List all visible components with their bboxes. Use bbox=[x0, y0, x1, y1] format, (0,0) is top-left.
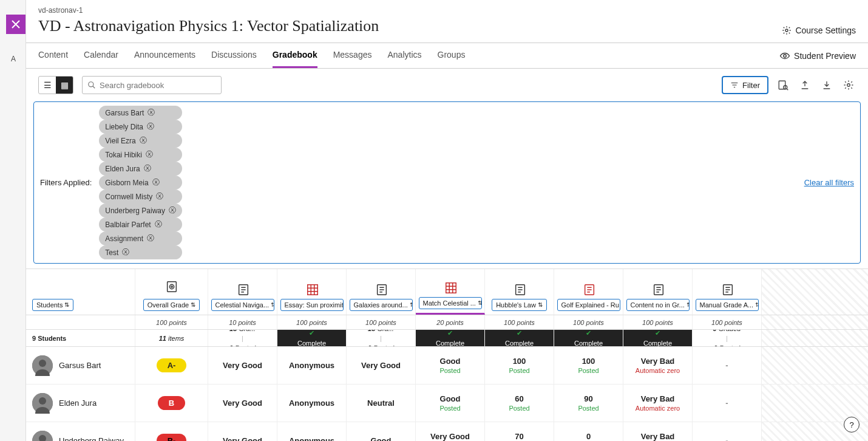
cell-value: Neutral bbox=[367, 398, 395, 408]
toolbar: ☰ ▦ Filter bbox=[26, 69, 868, 101]
tab-gradebook[interactable]: Gradebook bbox=[273, 43, 317, 68]
list-view-button[interactable]: ☰ bbox=[39, 77, 56, 94]
grade-cell[interactable]: - bbox=[693, 347, 762, 384]
course-code: vd-astronav-1 bbox=[38, 6, 379, 15]
settings-button[interactable] bbox=[841, 78, 856, 92]
summary-items: 11 items bbox=[135, 330, 208, 346]
help-button[interactable]: ? bbox=[844, 417, 860, 432]
cell-value: Very Good bbox=[223, 436, 262, 441]
search-input[interactable] bbox=[96, 81, 216, 90]
student-cell[interactable]: Garsus Bart bbox=[26, 347, 135, 384]
assignment-pill[interactable]: Galaxies around... ⇅ bbox=[350, 299, 413, 311]
grade-cell[interactable]: Good bbox=[347, 422, 416, 441]
grade-cell[interactable]: 70Posted bbox=[485, 422, 554, 441]
svg-point-18 bbox=[39, 360, 46, 367]
filter-chip[interactable]: Assignmentⓧ bbox=[99, 231, 182, 245]
grade-cell[interactable]: Very Good bbox=[208, 385, 277, 422]
overall-grade-cell[interactable]: A- bbox=[135, 347, 208, 384]
grid-view-button[interactable]: ▦ bbox=[56, 77, 73, 94]
student-cell[interactable]: Underberg Paiway bbox=[26, 422, 135, 441]
grade-cell[interactable]: Anonymous bbox=[277, 422, 347, 441]
assignment-icon bbox=[721, 283, 733, 295]
assignment-pill[interactable]: Hubble's Law ⇅ bbox=[492, 299, 547, 311]
grade-cell[interactable]: GoodPosted bbox=[416, 347, 485, 384]
eye-refresh-icon bbox=[779, 50, 790, 61]
grade-chip: B bbox=[158, 396, 185, 410]
avatar bbox=[32, 355, 53, 376]
tab-calendar[interactable]: Calendar bbox=[84, 43, 118, 68]
overall-grade-cell[interactable]: B- bbox=[135, 422, 208, 441]
points-cell: 10 points bbox=[208, 315, 277, 329]
grade-cell[interactable]: - bbox=[693, 422, 762, 441]
grade-cell[interactable]: 60Posted bbox=[485, 385, 554, 422]
points-cell: 100 points bbox=[693, 315, 762, 329]
grade-cell[interactable]: Very Good bbox=[347, 347, 416, 384]
assignment-pill[interactable]: Golf Explained - Ru... ⇅ bbox=[557, 299, 620, 311]
grade-cell[interactable]: Very BadAutomatic zero bbox=[623, 422, 693, 441]
grade-cell[interactable]: Anonymous bbox=[277, 385, 347, 422]
upload-button[interactable] bbox=[798, 78, 812, 92]
filter-chip[interactable]: Liebely Ditaⓧ bbox=[99, 120, 182, 134]
filter-chip[interactable]: Tokai Hibikiⓧ bbox=[99, 148, 182, 162]
tab-messages[interactable]: Messages bbox=[333, 43, 372, 68]
filter-chip[interactable]: Elden Juraⓧ bbox=[99, 162, 182, 176]
upload-icon bbox=[800, 80, 810, 90]
points-cell: 100 points bbox=[347, 315, 416, 329]
chip-label: Garsus Bart bbox=[105, 109, 144, 117]
tab-groups[interactable]: Groups bbox=[438, 43, 466, 68]
grade-cell[interactable]: 100Posted bbox=[554, 347, 623, 384]
grade-cell[interactable]: Anonymous bbox=[277, 347, 347, 384]
student-cell[interactable]: Elden Jura bbox=[26, 385, 135, 422]
grade-cell[interactable]: Very BadAutomatic zero bbox=[623, 347, 693, 384]
grade-cell[interactable]: 0Automatic zero bbox=[554, 422, 623, 441]
assignment-pill[interactable]: Match Celestial ... ⇅ bbox=[419, 297, 482, 309]
gear-icon bbox=[782, 26, 792, 35]
close-button[interactable] bbox=[6, 15, 25, 34]
filter-chip[interactable]: Underberg Paiwayⓧ bbox=[99, 203, 182, 217]
assignment-header: Galaxies around... ⇅ bbox=[347, 269, 416, 315]
overall-grade-icon bbox=[165, 280, 178, 295]
close-icon bbox=[12, 20, 20, 29]
student-preview-button[interactable]: Student Preview bbox=[779, 50, 856, 61]
search-page-button[interactable] bbox=[776, 78, 790, 92]
students-sort-pill[interactable]: Students ⇅ bbox=[32, 299, 73, 311]
svg-point-1 bbox=[784, 54, 787, 57]
filter-chip[interactable]: Cornwell Mistyⓧ bbox=[99, 190, 182, 203]
grade-cell[interactable]: Neutral bbox=[347, 385, 416, 422]
remove-chip-icon: ⓧ bbox=[147, 108, 155, 118]
grade-cell[interactable]: Very Good bbox=[208, 347, 277, 384]
assignment-pill[interactable]: Celestial Naviga... ⇅ bbox=[211, 299, 274, 311]
chip-label: Assignment bbox=[105, 234, 143, 243]
filter-chip[interactable]: Gisborn Meiaⓧ bbox=[99, 176, 182, 190]
svg-rect-3 bbox=[779, 81, 785, 89]
filter-chip[interactable]: Balblair Parfetⓧ bbox=[99, 217, 182, 231]
grade-cell[interactable]: 100Posted bbox=[485, 347, 554, 384]
assignment-pill[interactable]: Manual Grade A... ⇅ bbox=[696, 299, 759, 311]
overall-grade-cell[interactable]: B bbox=[135, 385, 208, 422]
cell-sub: Posted bbox=[439, 405, 460, 412]
overall-grade-pill[interactable]: Overall Grade ⇅ bbox=[143, 299, 200, 311]
grade-cell[interactable]: Very BadAutomatic zero bbox=[623, 385, 693, 422]
tab-content[interactable]: Content bbox=[38, 43, 68, 68]
search-box[interactable] bbox=[82, 76, 222, 94]
grade-cell[interactable]: - bbox=[693, 385, 762, 422]
grade-cell[interactable]: GoodPosted bbox=[416, 385, 485, 422]
grade-cell[interactable]: Very GoodPosted bbox=[416, 422, 485, 441]
gear-icon bbox=[843, 80, 854, 91]
assignment-pill[interactable]: Essay: Sun proximit... ⇅ bbox=[280, 299, 344, 311]
assignment-pill[interactable]: Content no in Gr... ⇅ bbox=[626, 299, 690, 311]
tab-analytics[interactable]: Analytics bbox=[387, 43, 421, 68]
filter-button[interactable]: Filter bbox=[722, 76, 768, 94]
download-button[interactable] bbox=[819, 78, 834, 92]
grade-cell[interactable]: Very Good bbox=[208, 422, 277, 441]
tab-announcements[interactable]: Announcements bbox=[134, 43, 195, 68]
course-settings-button[interactable]: Course Settings bbox=[782, 26, 856, 35]
tab-nav: ContentCalendarAnnouncementsDiscussionsG… bbox=[26, 43, 868, 69]
filter-chip[interactable]: Testⓧ bbox=[99, 245, 182, 259]
tab-discussions[interactable]: Discussions bbox=[211, 43, 257, 68]
filter-chip[interactable]: Garsus Bartⓧ bbox=[99, 106, 182, 120]
clear-filters-link[interactable]: Clear all filters bbox=[804, 178, 854, 187]
grade-cell[interactable]: 90Posted bbox=[554, 385, 623, 422]
cell-sub: Posted bbox=[578, 405, 598, 412]
filter-chip[interactable]: Vieil Ezraⓧ bbox=[99, 134, 182, 148]
